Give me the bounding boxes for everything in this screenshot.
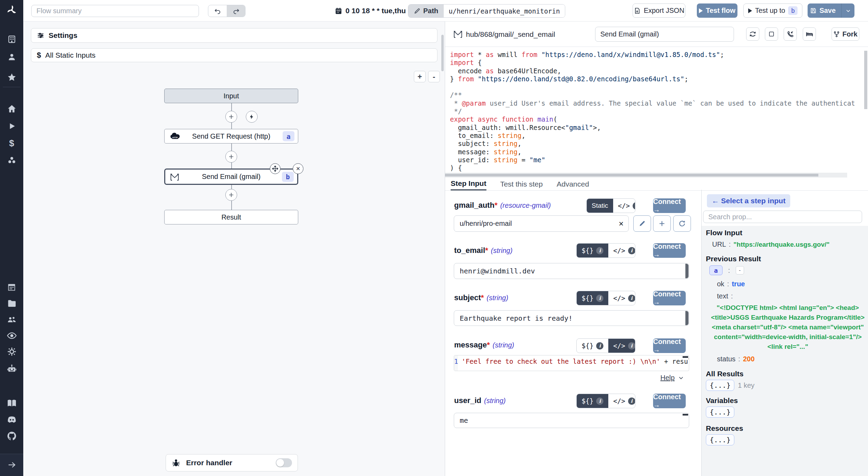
add-step-button[interactable] xyxy=(225,151,237,163)
node-input[interactable]: Input xyxy=(164,89,298,103)
undo-button[interactable] xyxy=(208,5,227,17)
previous-result-heading[interactable]: Previous Result xyxy=(706,255,761,263)
expand-object-button[interactable]: {...} xyxy=(706,407,734,418)
edit-resource-button[interactable] xyxy=(633,215,651,232)
code-vertical-scrollbar[interactable] xyxy=(864,51,867,109)
redo-button[interactable] xyxy=(227,5,245,17)
code-mode-button[interactable]: </>i xyxy=(613,199,635,213)
retries-button[interactable] xyxy=(746,27,759,41)
audit-eye-icon[interactable] xyxy=(6,330,18,342)
all-results-heading[interactable]: All Results xyxy=(706,370,744,378)
trigger-button[interactable] xyxy=(246,111,258,123)
expr-mode-button[interactable]: ${}i xyxy=(577,244,608,257)
connect-button-user-id[interactable]: Connect → xyxy=(653,394,686,408)
home-icon[interactable] xyxy=(6,103,18,115)
code-mode-button[interactable]: </>i xyxy=(608,339,635,353)
variables-heading[interactable]: Variables xyxy=(706,396,738,405)
zoom-out-button[interactable]: - xyxy=(428,71,440,82)
select-step-input-chip[interactable]: ← Select a step input xyxy=(707,194,790,207)
step-name-input[interactable] xyxy=(595,27,734,42)
flow-settings-card[interactable]: Settings xyxy=(31,28,437,43)
connect-button-message[interactable]: Connect → xyxy=(653,338,686,353)
subject-input[interactable]: Earthquake report is ready! xyxy=(454,310,689,326)
user-icon[interactable] xyxy=(6,51,18,63)
input-scrollbar[interactable] xyxy=(685,264,688,278)
resources-heading[interactable]: Resources xyxy=(706,424,743,433)
windmill-logo-icon[interactable] xyxy=(6,4,18,16)
github-icon[interactable] xyxy=(6,430,18,442)
help-link[interactable]: Help xyxy=(660,374,684,382)
collapse-button[interactable]: - xyxy=(736,266,744,274)
input-scrollbar[interactable] xyxy=(685,311,688,325)
flow-input-url-row[interactable]: URL:"https://earthquake.usgs.gov/" xyxy=(712,240,829,248)
settings-gear-icon[interactable] xyxy=(6,346,18,358)
flow-input-heading[interactable]: Flow Input xyxy=(706,229,742,237)
refresh-resource-button[interactable] xyxy=(673,215,691,232)
tab-step-input[interactable]: Step Input xyxy=(451,178,486,190)
step-a-chip[interactable]: a xyxy=(709,265,723,275)
discord-icon[interactable] xyxy=(6,413,18,425)
early-stop-button[interactable] xyxy=(765,27,778,41)
expand-object-button[interactable]: {...} xyxy=(706,434,734,445)
test-up-to-button[interactable]: Test up to b xyxy=(743,3,802,18)
static-mode-button[interactable]: Static xyxy=(587,199,613,213)
move-step-button[interactable] xyxy=(270,163,281,174)
all-static-inputs-card[interactable]: $ All Static Inputs xyxy=(31,48,437,62)
save-dropdown-button[interactable] xyxy=(841,3,854,18)
delete-step-button[interactable]: × xyxy=(293,163,303,174)
add-step-button[interactable] xyxy=(225,189,237,201)
status-row[interactable]: status:200 xyxy=(717,355,754,363)
code-mode-button[interactable]: </>i xyxy=(608,244,635,257)
variables-dollar-icon[interactable]: $ xyxy=(6,137,18,149)
tab-test-this-step[interactable]: Test this step xyxy=(500,178,543,190)
message-expression-editor[interactable]: 1 'Feel free to check out the latest rep… xyxy=(454,355,689,371)
expand-object-button[interactable]: {...} xyxy=(706,380,734,391)
add-resource-button[interactable] xyxy=(653,215,671,232)
folders-icon[interactable] xyxy=(6,297,18,309)
path-edit-button[interactable]: Path xyxy=(408,5,444,17)
user-id-input[interactable]: me xyxy=(454,413,689,428)
add-step-button[interactable] xyxy=(225,111,237,123)
docs-book-icon[interactable] xyxy=(6,397,18,409)
node-get-request[interactable]: HTTP Send GET Request (http) a xyxy=(164,129,298,143)
flow-scrollbar[interactable] xyxy=(441,35,444,71)
expr-mode-button[interactable]: ${}i xyxy=(577,291,608,305)
expand-arrow-icon[interactable] xyxy=(6,459,18,471)
test-flow-button[interactable]: Test flow xyxy=(697,3,737,18)
ok-row[interactable]: ok:true xyxy=(717,280,745,288)
expr-mode-button[interactable]: ${}i xyxy=(577,394,608,408)
expr-mode-button[interactable]: ${}i xyxy=(577,339,608,353)
groups-users-icon[interactable] xyxy=(6,314,18,326)
workspace-icon[interactable] xyxy=(6,33,18,45)
zoom-in-button[interactable]: + xyxy=(414,71,426,82)
code-mode-button[interactable]: </>i xyxy=(608,291,635,305)
tab-advanced[interactable]: Advanced xyxy=(557,178,589,190)
schedule-summary[interactable]: 0 10 18 * * tue,thu xyxy=(335,0,406,22)
code-editor[interactable]: import * as wmill from "https://deno.lan… xyxy=(445,47,868,173)
error-handler-toggle[interactable] xyxy=(276,458,292,467)
prop-search-input[interactable] xyxy=(703,211,862,223)
fork-button[interactable]: Fork xyxy=(832,27,859,41)
export-json-button[interactable]: Export JSON xyxy=(633,3,685,18)
workers-robot-icon[interactable] xyxy=(6,363,18,375)
runs-play-icon[interactable] xyxy=(6,120,18,132)
text-value[interactable]: "<!DOCTYPE html> <html lang="en"> <head>… xyxy=(710,303,866,352)
resource-picker-gmail-auth[interactable]: u/henri/pro-email × xyxy=(454,215,629,232)
flow-summary-input[interactable] xyxy=(31,5,199,17)
to-email-input[interactable]: henri@windmill.dev xyxy=(454,263,689,279)
suspend-button[interactable] xyxy=(784,27,797,41)
connect-button-subject[interactable]: Connect → xyxy=(653,291,686,305)
save-button[interactable]: Save xyxy=(808,3,838,18)
code-mode-button[interactable]: </>i xyxy=(608,394,635,408)
scrollbar-thumb[interactable] xyxy=(445,174,818,177)
connect-button-gmail-auth[interactable]: Connect → xyxy=(653,198,686,213)
resources-hub-icon[interactable] xyxy=(6,154,18,166)
code-horizontal-scrollbar[interactable] xyxy=(445,173,847,178)
text-key-row[interactable]: text: xyxy=(717,292,736,300)
schedules-calendar-icon[interactable] xyxy=(6,281,18,293)
error-handler-card[interactable]: Error handler xyxy=(166,454,298,471)
favorites-star-icon[interactable] xyxy=(6,72,18,83)
node-result[interactable]: Result xyxy=(164,210,298,224)
sleep-button[interactable] xyxy=(803,27,816,41)
clear-resource-icon[interactable]: × xyxy=(619,219,624,229)
